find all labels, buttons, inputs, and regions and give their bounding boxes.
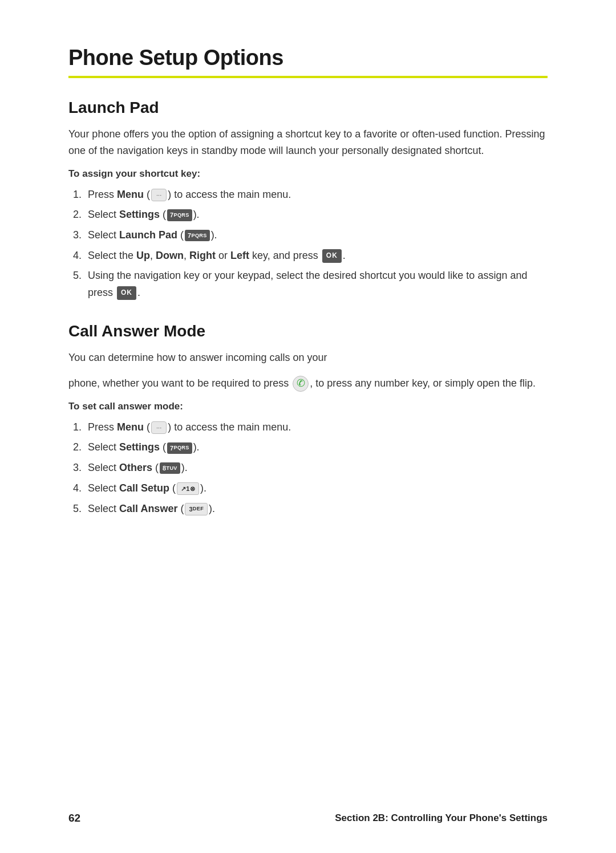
ok-key-icon-2: OK xyxy=(117,286,136,300)
call-answer-subheading: To set call answer mode: xyxy=(68,401,548,412)
call-answer-section: Call Answer Mode You can determine how t… xyxy=(68,322,548,517)
footer-page-number: 62 xyxy=(68,812,80,824)
call-answer-step-4: Select Call Setup (↗1⊗). xyxy=(84,480,548,497)
call-answer-title: Call Answer Mode xyxy=(68,322,548,340)
call-answer-body2: phone, whether you want to be required t… xyxy=(68,375,548,392)
launch-pad-body: Your phone offers you the option of assi… xyxy=(68,126,548,159)
launch-pad-step-2: Select Settings (7PQRS). xyxy=(84,206,548,224)
launch-pad-step-3: Select Launch Pad (7PQRS). xyxy=(84,227,548,244)
others-key-8tuv: 8TUV xyxy=(160,462,180,474)
title-underline xyxy=(68,76,548,78)
menu-key-icon: ··· xyxy=(151,189,167,201)
launch-pad-step-1: Press Menu (···) to access the main menu… xyxy=(84,186,548,204)
ok-key-icon: OK xyxy=(322,249,342,263)
menu-key-icon-2: ··· xyxy=(151,421,167,434)
launch-pad-step-5: Using the navigation key or your keypad,… xyxy=(84,267,548,301)
page-content: Phone Setup Options Launch Pad Your phon… xyxy=(0,0,616,583)
footer-section-label: Section 2B: Controlling Your Phone's Set… xyxy=(335,813,548,824)
launch-pad-title: Launch Pad xyxy=(68,99,548,117)
call-answer-step-1: Press Menu (···) to access the main menu… xyxy=(84,419,548,436)
call-answer-steps: Press Menu (···) to access the main menu… xyxy=(84,419,548,517)
call-answer-step-3: Select Others (8TUV). xyxy=(84,460,548,477)
launch-pad-step-4: Select the Up, Down, Right or Left key, … xyxy=(84,247,548,265)
settings-key-7pqrs-2: 7PQRS xyxy=(167,442,192,454)
launch-pad-subheading: To assign your shortcut key: xyxy=(68,168,548,180)
launch-pad-steps: Press Menu (···) to access the main menu… xyxy=(84,186,548,302)
call-answer-step-2: Select Settings (7PQRS). xyxy=(84,439,548,456)
page-title: Phone Setup Options xyxy=(68,46,548,70)
page-footer: 62 Section 2B: Controlling Your Phone's … xyxy=(68,812,548,824)
call-setup-key-1: ↗1⊗ xyxy=(177,482,199,495)
launch-pad-key-7pqrs: 7PQRS xyxy=(185,230,210,241)
call-answer-key-3: 3DEF xyxy=(185,503,208,515)
call-answer-body1: You can determine how to answer incoming… xyxy=(68,350,548,366)
call-answer-step-5: Select Call Answer (3DEF). xyxy=(84,501,548,518)
settings-key-7pqrs: 7PQRS xyxy=(167,209,192,221)
call-key-icon: ✆ xyxy=(293,376,309,392)
launch-pad-section: Launch Pad Your phone offers you the opt… xyxy=(68,99,548,302)
